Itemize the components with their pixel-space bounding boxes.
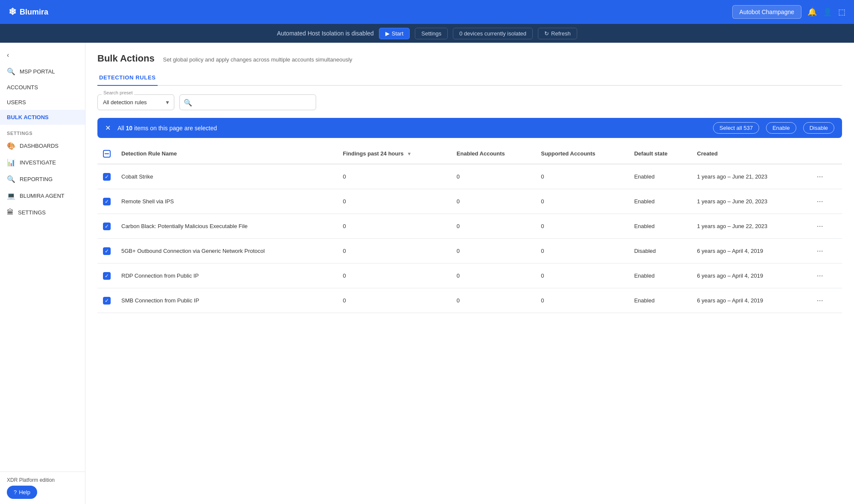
row-checkbox-cell: ✓ xyxy=(97,288,116,313)
start-button[interactable]: ▶ Start xyxy=(379,28,410,39)
row-checkbox-2[interactable]: ✓ xyxy=(103,223,111,230)
row-default-state-1: Enabled xyxy=(629,189,692,214)
row-checkbox-cell: ✓ xyxy=(97,239,116,264)
row-enabled-accounts-0: 0 xyxy=(452,164,536,189)
row-created-4: 6 years ago – April 4, 2019 xyxy=(692,264,808,288)
row-more-button-1[interactable]: ··· xyxy=(813,196,827,207)
isolation-message: Automated Host Isolation is disabled xyxy=(277,30,373,37)
select-all-button[interactable]: Select all 537 xyxy=(713,122,759,134)
sidebar-item-settings[interactable]: 🏛 SETTINGS xyxy=(0,204,85,220)
row-checkbox-cell: ✓ xyxy=(97,264,116,288)
help-button[interactable]: ? Help xyxy=(7,486,37,499)
row-more-button-2[interactable]: ··· xyxy=(813,221,827,231)
row-name-5: SMB Connection from Public IP xyxy=(116,288,337,313)
row-created-1: 1 years ago – June 20, 2023 xyxy=(692,189,808,214)
row-checkbox-4[interactable]: ✓ xyxy=(103,272,111,280)
sidebar-label-users: USERS xyxy=(7,99,26,105)
sidebar-label-dashboards: DASHBOARDS xyxy=(20,143,59,149)
row-more-button-4[interactable]: ··· xyxy=(813,270,827,281)
agent-icon: 💻 xyxy=(7,192,15,200)
row-supported-accounts-2: 0 xyxy=(536,214,629,239)
edition-label: XDR Platform edition xyxy=(7,477,78,483)
row-default-state-0: Enabled xyxy=(629,164,692,189)
row-checkbox-cell: ✓ xyxy=(97,214,116,239)
page-title: Bulk Actions xyxy=(97,53,155,64)
logout-icon[interactable]: ⬚ xyxy=(838,7,845,17)
row-actions-1: ··· xyxy=(808,189,842,214)
sidebar-item-blumira-agent[interactable]: 💻 BLUMIRA AGENT xyxy=(0,188,85,204)
row-name-3: 5GB+ Outbound Connection via Generic Net… xyxy=(116,239,337,264)
help-icon: ? xyxy=(14,489,17,495)
table-row: ✓ Remote Shell via IPS 0 0 0 Enabled 1 y… xyxy=(97,189,842,214)
enable-button[interactable]: Enable xyxy=(766,122,796,134)
sidebar-label-accounts: ACCOUNTS xyxy=(7,84,38,91)
selection-text: All 10 items on this page are selected xyxy=(117,125,706,132)
row-findings-5: 0 xyxy=(337,288,451,313)
row-default-state-4: Enabled xyxy=(629,264,692,288)
row-findings-0: 0 xyxy=(337,164,451,189)
row-checkbox-1[interactable]: ✓ xyxy=(103,198,111,205)
row-checkbox-5[interactable]: ✓ xyxy=(103,297,111,305)
devices-isolated-button[interactable]: 0 devices currently isolated xyxy=(453,28,533,39)
row-more-button-3[interactable]: ··· xyxy=(813,246,827,256)
dashboards-icon: 🎨 xyxy=(7,142,15,150)
row-actions-2: ··· xyxy=(808,214,842,239)
row-supported-accounts-4: 0 xyxy=(536,264,629,288)
row-enabled-accounts-4: 0 xyxy=(452,264,536,288)
row-actions-4: ··· xyxy=(808,264,842,288)
search-preset-select[interactable]: All detection rules Enabled Disabled xyxy=(97,94,174,110)
refresh-button[interactable]: ↻ Refresh xyxy=(538,28,577,39)
sidebar-label-blumira-agent: BLUMIRA AGENT xyxy=(20,193,65,199)
account-button[interactable]: Autobot Champagne xyxy=(732,5,801,19)
header-actions xyxy=(808,143,842,164)
sort-icon: ▼ xyxy=(407,151,411,156)
table-row: ✓ 5GB+ Outbound Connection via Generic N… xyxy=(97,239,842,264)
search-input[interactable] xyxy=(179,94,316,110)
isolation-bar: Automated Host Isolation is disabled ▶ S… xyxy=(0,24,854,43)
header-detection-rule-name: Detection Rule Name xyxy=(116,143,337,164)
table-row: ✓ Carbon Black: Potentially Malicious Ex… xyxy=(97,214,842,239)
header-default-state: Default state xyxy=(629,143,692,164)
row-findings-2: 0 xyxy=(337,214,451,239)
selection-bar: ✕ All 10 items on this page are selected… xyxy=(97,118,842,138)
page-subtitle: Set global policy and apply changes acro… xyxy=(163,56,352,63)
close-selection-icon[interactable]: ✕ xyxy=(105,124,111,132)
sidebar-section-settings: SETTINGS xyxy=(0,125,85,138)
sidebar-collapse[interactable]: ‹ xyxy=(0,47,85,63)
search-icon: 🔍 xyxy=(184,98,192,106)
disable-button[interactable]: Disable xyxy=(803,122,834,134)
row-created-0: 1 years ago – June 21, 2023 xyxy=(692,164,808,189)
row-checkbox-3[interactable]: ✓ xyxy=(103,247,111,255)
settings-icon: 🏛 xyxy=(7,208,14,216)
notification-icon[interactable]: 🔔 xyxy=(807,7,817,17)
sidebar-item-reporting[interactable]: 🔍 REPORTING xyxy=(0,171,85,188)
row-enabled-accounts-3: 0 xyxy=(452,239,536,264)
play-icon: ▶ xyxy=(385,30,390,37)
detection-rules-table: Detection Rule Name Findings past 24 hou… xyxy=(97,143,842,313)
row-findings-3: 0 xyxy=(337,239,451,264)
tabs: DETECTION RULES xyxy=(97,70,842,86)
row-created-2: 1 years ago – June 22, 2023 xyxy=(692,214,808,239)
row-more-button-5[interactable]: ··· xyxy=(813,295,827,306)
sidebar-item-bulk-actions[interactable]: BULK ACTIONS xyxy=(0,110,85,125)
user-icon[interactable]: 👤 xyxy=(823,7,832,17)
row-more-button-0[interactable]: ··· xyxy=(813,171,827,182)
sidebar-item-investigate[interactable]: 📊 INVESTIGATE xyxy=(0,154,85,171)
sidebar-label-reporting: REPORTING xyxy=(20,176,53,182)
isolation-settings-button[interactable]: Settings xyxy=(415,28,448,39)
row-checkbox-0[interactable]: ✓ xyxy=(103,173,111,181)
row-actions-5: ··· xyxy=(808,288,842,313)
row-supported-accounts-5: 0 xyxy=(536,288,629,313)
sidebar: ‹ 🔍 MSP PORTAL ACCOUNTS USERS BULK ACTIO… xyxy=(0,43,85,504)
sidebar-item-users[interactable]: USERS xyxy=(0,95,85,110)
sidebar-item-msp-portal[interactable]: 🔍 MSP PORTAL xyxy=(0,63,85,80)
header-findings[interactable]: Findings past 24 hours ▼ xyxy=(337,143,451,164)
logo: ❄ Blumira xyxy=(9,6,48,18)
tab-detection-rules[interactable]: DETECTION RULES xyxy=(97,70,158,86)
header-checkbox[interactable] xyxy=(103,150,111,158)
row-name-4: RDP Connection from Public IP xyxy=(116,264,337,288)
sidebar-item-accounts[interactable]: ACCOUNTS xyxy=(0,80,85,95)
sidebar-item-dashboards[interactable]: 🎨 DASHBOARDS xyxy=(0,138,85,154)
sidebar-footer: XDR Platform edition ? Help xyxy=(0,472,85,504)
main-content: Bulk Actions Set global policy and apply… xyxy=(85,43,854,504)
